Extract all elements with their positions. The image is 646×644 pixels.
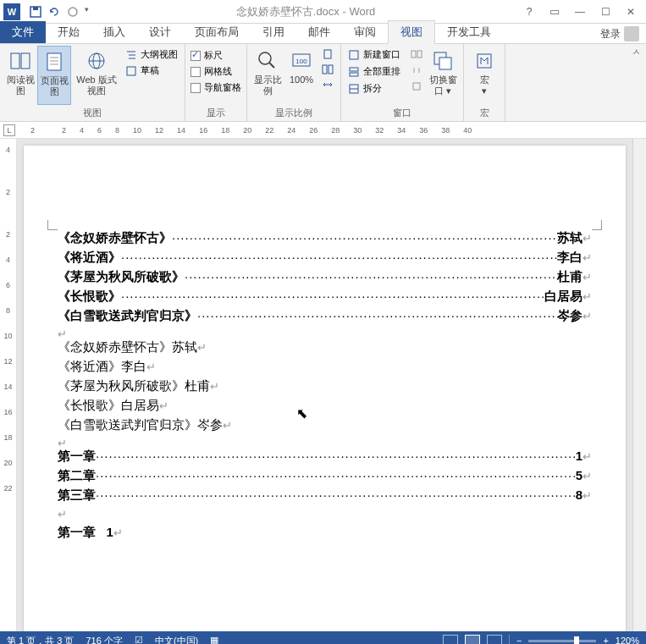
divider <box>509 635 510 644</box>
chapter-heading: 第一章 1↵ <box>58 525 592 541</box>
group-macros: 宏▾ 宏 <box>464 44 505 121</box>
svg-rect-20 <box>324 50 331 58</box>
zoom-level[interactable]: 120% <box>616 636 639 644</box>
group-show: 标尺 网格线 导航窗格 显示 <box>185 44 247 121</box>
svg-point-2 <box>69 8 77 16</box>
gridlines-checkbox[interactable]: 网格线 <box>190 65 241 78</box>
sync-scroll-icon <box>411 64 422 76</box>
svg-rect-15 <box>127 67 135 75</box>
zoom-slider[interactable] <box>528 640 596 642</box>
ruler-label: 标尺 <box>204 49 223 62</box>
svg-line-17 <box>269 63 274 68</box>
checkbox-icon <box>190 67 201 77</box>
undo-icon[interactable] <box>47 5 61 19</box>
margin-corner-tl <box>47 220 58 230</box>
split-button[interactable]: 拆分 <box>346 81 402 96</box>
tab-view[interactable]: 视图 <box>388 20 435 44</box>
web-layout-button[interactable]: Web 版式视图 <box>71 46 122 105</box>
tab-selector[interactable]: L <box>3 124 15 136</box>
tab-review[interactable]: 审阅 <box>342 21 388 43</box>
view-side-button[interactable] <box>409 47 424 61</box>
page-width-button[interactable] <box>320 78 335 91</box>
tab-design[interactable]: 设计 <box>137 21 183 43</box>
svg-rect-32 <box>439 58 451 69</box>
outline-view-button[interactable]: 大纲视图 <box>124 47 179 62</box>
switch-windows-button[interactable]: 切换窗口 ▾ <box>426 46 460 105</box>
collapse-ribbon-icon[interactable]: ㅅ <box>632 46 641 58</box>
vertical-scrollbar[interactable] <box>632 139 646 631</box>
horizontal-ruler[interactable]: L 2246810121416182022242628303234363840 <box>0 122 646 139</box>
close-button[interactable]: ✕ <box>619 3 643 20</box>
svg-rect-4 <box>21 53 30 69</box>
maximize-button[interactable]: ☐ <box>594 3 617 20</box>
arrange-all-button[interactable]: 全部重排 <box>346 64 402 79</box>
tab-references[interactable]: 引用 <box>251 21 296 43</box>
read-mode-label: 阅读视图 <box>5 74 36 96</box>
status-language[interactable]: 中文(中国) <box>155 635 198 645</box>
zoom-in-button[interactable]: + <box>603 636 608 644</box>
svg-rect-29 <box>417 51 422 58</box>
read-mode-button[interactable]: 阅读视图 <box>3 46 37 105</box>
vertical-ruler[interactable]: 42246810121416182022 <box>0 139 17 631</box>
tab-home[interactable]: 开始 <box>46 21 91 43</box>
zoom-button[interactable]: 显示比例 <box>251 46 284 105</box>
body-line: 《白雪歌送武判官归京》岑参↵ <box>58 417 592 433</box>
draft-icon <box>125 65 137 77</box>
draft-view-button[interactable]: 草稿 <box>124 63 179 78</box>
multi-page-button[interactable] <box>320 63 335 76</box>
zoom-slider-thumb[interactable] <box>574 636 579 645</box>
status-page[interactable]: 第 1 页，共 3 页 <box>7 635 74 645</box>
tab-mailings[interactable]: 邮件 <box>296 21 342 43</box>
group-zoom: 显示比例 100 100% 显示比例 <box>247 44 341 121</box>
word-app-icon: W <box>3 3 20 20</box>
print-layout-button[interactable]: 页面视图 <box>37 46 71 105</box>
tab-developer[interactable]: 开发工具 <box>435 21 503 43</box>
toc-entry: 《茅屋为秋风所破歌》······························… <box>58 269 592 285</box>
checkbox-icon <box>190 51 201 61</box>
navpane-checkbox[interactable]: 导航窗格 <box>190 81 241 94</box>
zoom-out-button[interactable]: − <box>516 636 522 644</box>
read-mode-view-button[interactable] <box>443 635 458 644</box>
macros-label: 宏▾ <box>480 74 489 96</box>
ribbon-options-icon[interactable]: ▭ <box>543 3 566 20</box>
svg-rect-28 <box>411 51 416 58</box>
tab-layout[interactable]: 页面布局 <box>183 21 251 43</box>
toc-entry: 《将近酒》···································… <box>58 250 592 266</box>
one-page-icon <box>322 48 334 60</box>
print-layout-label: 页面视图 <box>40 75 69 97</box>
qat-dropdown-icon[interactable]: ▾ <box>85 5 89 19</box>
page-canvas[interactable]: 《念奴娇赤壁怀古》·······························… <box>17 139 632 631</box>
new-window-button[interactable]: 新建窗口 <box>346 47 402 62</box>
new-window-label: 新建窗口 <box>363 48 400 61</box>
tab-file[interactable]: 文件 <box>0 21 46 43</box>
zoom-label: 显示比例 <box>252 74 283 96</box>
sync-scroll-button[interactable] <box>409 63 424 77</box>
status-macro-icon[interactable]: ▦ <box>210 635 218 645</box>
save-icon[interactable] <box>29 5 42 19</box>
one-page-button[interactable] <box>320 47 335 61</box>
status-spellcheck-icon[interactable]: ☑ <box>135 635 143 645</box>
login-link[interactable]: 登录 <box>600 26 639 41</box>
web-layout-view-button[interactable] <box>487 635 502 644</box>
page: 《念奴娇赤壁怀古》·······························… <box>24 146 626 631</box>
zoom-100-icon: 100 <box>290 49 313 73</box>
tab-insert[interactable]: 插入 <box>91 21 137 43</box>
svg-point-16 <box>259 52 271 64</box>
svg-rect-25 <box>350 73 358 76</box>
minimize-button[interactable]: — <box>568 3 592 20</box>
help-icon[interactable]: ? <box>517 3 541 20</box>
margin-corner-tr <box>592 220 602 230</box>
zoom-icon <box>256 49 279 73</box>
outline-icon <box>125 49 137 61</box>
reset-position-button[interactable] <box>409 80 424 93</box>
chapter-toc-entry: 第三章·····································… <box>58 487 592 504</box>
redo-icon[interactable] <box>66 5 80 19</box>
status-word-count[interactable]: 716 个字 <box>86 635 122 645</box>
ruler-checkbox[interactable]: 标尺 <box>190 49 241 62</box>
macros-button[interactable]: 宏▾ <box>467 46 501 105</box>
login-label: 登录 <box>600 27 621 41</box>
ribbon: ㅅ 阅读视图 页面视图 Web 版式视图 大纲视图 草稿 视图 <box>0 44 646 122</box>
zoom-100-button[interactable]: 100 100% <box>284 46 318 105</box>
print-layout-view-button[interactable] <box>465 635 480 644</box>
switch-windows-label: 切换窗口 ▾ <box>428 74 458 96</box>
